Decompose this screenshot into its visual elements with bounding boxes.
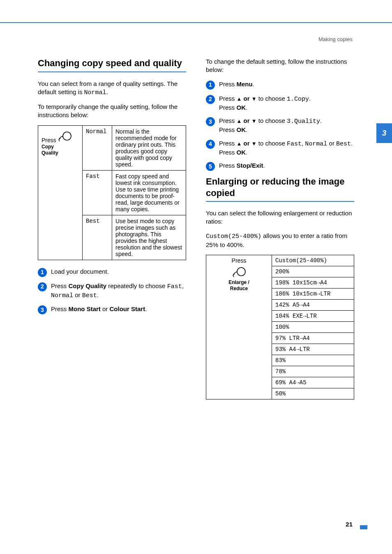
button-name: Colour Start	[110, 305, 145, 312]
ratio-cell: 78%	[272, 366, 354, 377]
text: Press	[219, 95, 237, 102]
option: Best	[336, 141, 351, 148]
ratio-cell: 93% A4→LTR	[272, 344, 354, 355]
text: or	[327, 140, 336, 147]
step-number-icon: 1	[38, 268, 47, 277]
heading-rule	[38, 72, 186, 72]
option: Fast	[287, 141, 302, 148]
intro-paragraph-2: To temporarily change the quality settin…	[38, 103, 186, 120]
step-number-icon: 3	[206, 117, 215, 126]
text: Press	[219, 117, 237, 124]
ratio-cell: 142% A5→A4	[272, 300, 354, 311]
page-number: 21	[346, 521, 353, 528]
desc-cell: Fast copy speed and lowest ink consumpti…	[112, 170, 186, 215]
text: ,	[182, 282, 184, 289]
text: .	[246, 126, 247, 133]
mode-cell: Fast	[83, 170, 112, 215]
ratio-cell: 69% A4→A5	[272, 377, 354, 388]
svg-point-0	[63, 132, 71, 140]
option: Best	[82, 292, 97, 299]
text: to choose	[257, 140, 287, 147]
desc-cell: Normal is the recommended mode for ordin…	[112, 125, 186, 170]
press-cell: Press Enlarge / Reduce	[206, 255, 272, 399]
button-name: Menu	[237, 81, 253, 88]
step-text: Press ▲ or ▼ to choose 1.Copy. Press OK.	[219, 95, 354, 112]
step-text: Load your document.	[51, 268, 186, 276]
step-4: 4 Press ▲ or ▼ to choose Fast, Normal or…	[206, 139, 354, 157]
press-label: Press	[42, 137, 56, 143]
text: Press	[219, 149, 237, 156]
step-number-icon: 1	[206, 81, 215, 90]
text: .	[145, 305, 147, 312]
option: Normal	[51, 292, 73, 299]
button-name: OK	[237, 104, 246, 111]
ratio-cell: 97% LTR→A4	[272, 333, 354, 344]
text: or	[73, 291, 82, 298]
top-rule	[0, 22, 392, 23]
step-number-icon: 4	[206, 140, 215, 149]
text: repeatedly to choose	[106, 282, 167, 289]
text: Press	[51, 305, 69, 312]
text: .	[253, 81, 254, 88]
menu-option: 3.Quality	[287, 118, 320, 125]
text: .	[106, 88, 108, 95]
arrow-keys: ▲ or ▼	[237, 117, 257, 124]
ratio-cell: Custom(25-400%)	[272, 255, 354, 266]
step-1: 1 Press Menu.	[206, 80, 354, 90]
step-number-icon: 5	[206, 162, 215, 171]
text: .	[351, 140, 353, 147]
step-text: Press Stop/Exit.	[219, 162, 354, 170]
heading-rule	[206, 201, 354, 202]
text: Press	[219, 140, 237, 147]
menu-option: 1.Copy	[287, 96, 309, 103]
text: .	[309, 95, 311, 102]
text: to choose	[257, 95, 287, 102]
step-number-icon: 2	[206, 95, 215, 104]
mode-cell: Normal	[83, 125, 112, 170]
text: Press	[51, 282, 69, 289]
text: .	[263, 162, 265, 169]
option: Normal	[305, 141, 327, 148]
left-column: Changing copy speed and quality You can …	[38, 58, 186, 399]
step-text: Press ▲ or ▼ to choose Fast, Normal or B…	[219, 139, 354, 157]
button-name: OK	[237, 149, 246, 156]
button-name: OK	[237, 126, 246, 133]
button-name: Copy Quality	[69, 282, 107, 289]
intro-paragraph: Custom(25-400%) allows you to enter a ra…	[206, 232, 354, 249]
default-value: Normal	[84, 89, 106, 96]
copy-quality-button-icon	[58, 131, 72, 143]
ratio-cell: 186% 10x15cm→LTR	[272, 289, 354, 300]
text: Press	[219, 104, 237, 111]
arrow-keys: ▲ or ▼	[237, 95, 257, 102]
step-3: 3 Press ▲ or ▼ to choose 3.Quality. Pres…	[206, 117, 354, 134]
text: Press	[219, 81, 237, 88]
ratio-cell: 83%	[272, 355, 354, 366]
text: .	[246, 149, 247, 156]
step-number-icon: 2	[38, 282, 47, 291]
quality-table: Press Copy Quality Normal Normal is the …	[38, 125, 186, 260]
button-label-line1: Enlarge /	[210, 280, 268, 285]
ratio-cell: 50%	[272, 388, 354, 399]
step-text: Press Mono Start or Colour Start.	[51, 305, 186, 313]
text: .	[320, 117, 322, 124]
intro-paragraph: To change the default setting, follow th…	[206, 58, 354, 74]
svg-point-1	[237, 268, 245, 276]
button-label-line2: Quality	[42, 150, 79, 156]
ratios-table: Press Enlarge / Reduce Custom(25-400%) 2…	[206, 255, 354, 399]
heading-enlarge-reduce: Enlarging or reducing the image copied	[206, 176, 354, 199]
text: .	[97, 291, 99, 298]
button-label-line1: Copy	[42, 144, 79, 150]
arrow-keys: ▲ or ▼	[237, 140, 257, 147]
ratio-cell: 104% EXE→LTR	[272, 311, 354, 322]
page-marker	[360, 525, 367, 529]
step-2: 2 Press ▲ or ▼ to choose 1.Copy. Press O…	[206, 95, 354, 112]
ratio-cell: 100%	[272, 322, 354, 333]
ratio-cell: 200%	[272, 266, 354, 277]
mode-cell: Best	[83, 215, 112, 260]
step-text: Press ▲ or ▼ to choose 3.Quality. Press …	[219, 117, 354, 134]
step-text: Press Menu.	[219, 80, 354, 88]
step-2: 2 Press Copy Quality repeatedly to choos…	[38, 282, 186, 300]
option: Fast	[167, 283, 182, 290]
custom-range: Custom(25-400%)	[206, 233, 261, 240]
press-cell: Press Copy Quality	[38, 125, 83, 260]
